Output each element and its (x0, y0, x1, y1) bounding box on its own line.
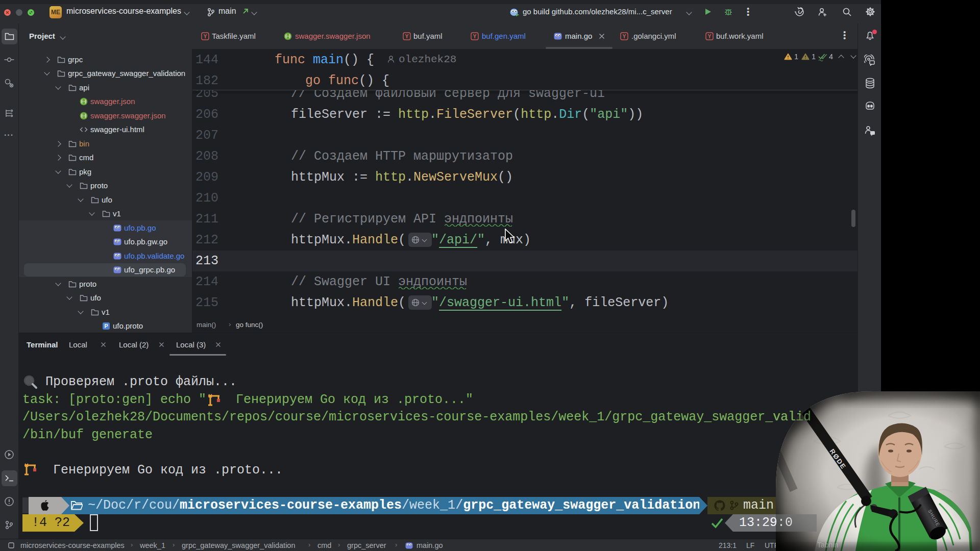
svg-text:Y: Y (622, 33, 626, 39)
svg-text:Y: Y (707, 33, 711, 39)
svg-text:Y: Y (405, 33, 408, 39)
svg-text:Y: Y (203, 33, 207, 39)
svg-text:P: P (104, 323, 108, 329)
svg-text:Y: Y (473, 33, 476, 39)
